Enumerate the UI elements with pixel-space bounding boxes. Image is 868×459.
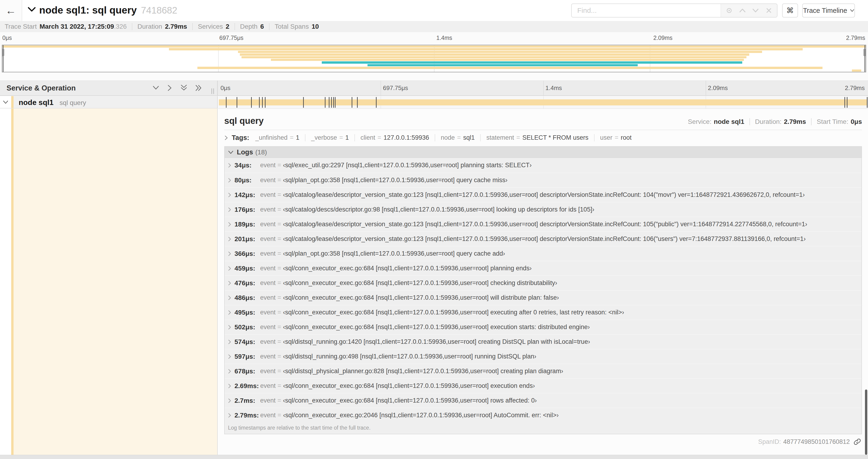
next-match-icon[interactable] <box>750 5 761 15</box>
log-row[interactable]: 142μs:event=‹sql/catalog/lease/descripto… <box>225 187 862 202</box>
log-marker[interactable] <box>847 97 847 108</box>
log-field-key: event <box>260 162 276 169</box>
log-marker[interactable] <box>376 97 377 108</box>
equals-sign: = <box>277 397 281 404</box>
find-input[interactable] <box>572 4 720 17</box>
log-row[interactable]: 574μs:event=‹sql/distsql_running.go:1420… <box>225 334 862 349</box>
tag-key: client <box>361 134 375 141</box>
find-group <box>571 3 777 18</box>
log-marker[interactable] <box>259 97 260 108</box>
logs-footer-note: Log timestamps are relative to the start… <box>225 422 862 434</box>
tag-key: statement <box>486 134 514 141</box>
span-id-label: SpanID: <box>758 438 781 446</box>
expand-one-icon[interactable] <box>167 85 173 91</box>
log-marker[interactable] <box>262 97 263 108</box>
log-row[interactable]: 366μs:event=‹sql/plan_opt.go:358 [nsql1,… <box>225 246 862 261</box>
log-marker[interactable] <box>325 97 326 108</box>
log-row[interactable]: 80μs:event=‹sql/plan_opt.go:358 [nsql1,c… <box>225 173 862 187</box>
log-row[interactable]: 2.7ms:event=‹sql/conn_executor_exec.go:6… <box>225 393 862 408</box>
minimap-span-row <box>2 51 866 53</box>
trace-collapse-toggle[interactable] <box>28 6 36 12</box>
prev-match-icon[interactable] <box>737 5 748 15</box>
log-row[interactable]: 476μs:event=‹sql/conn_executor_exec.go:6… <box>225 275 862 290</box>
summary-value: 2.79ms <box>165 23 187 30</box>
log-timestamp: 366μs: <box>235 250 259 258</box>
equals-sign: = <box>277 280 281 287</box>
chevron-right-icon <box>228 398 231 403</box>
log-row[interactable]: 495μs:event=‹sql/conn_executor_exec.go:6… <box>225 305 862 320</box>
chevron-right-icon <box>228 413 231 418</box>
tags-accordian[interactable]: Tags: _unfinished=1_verbose=1client=127.… <box>218 130 868 145</box>
log-marker[interactable] <box>265 97 266 108</box>
log-row[interactable]: 597μs:event=‹sql/distsql_running.go:498 … <box>225 349 862 364</box>
log-field-key: event <box>260 280 276 287</box>
minimap-left-scrubber[interactable] <box>3 45 3 72</box>
keyboard-shortcuts-button[interactable]: ⌘ <box>782 3 798 18</box>
span-duration-bar[interactable] <box>219 99 867 105</box>
timeline-gridline <box>706 81 706 95</box>
log-marker[interactable] <box>867 97 868 108</box>
service-value: node sql1 <box>714 118 744 126</box>
clear-find-icon[interactable] <box>764 5 774 15</box>
timeline-gridline <box>380 81 381 95</box>
trace-summary-item: Depth6 <box>235 23 269 30</box>
log-timestamp: 574μs: <box>235 338 259 346</box>
log-row[interactable]: 189μs:event=‹sql/catalog/lease/descripto… <box>225 217 862 231</box>
minimap-right-scrubber[interactable] <box>865 45 865 72</box>
log-marker[interactable] <box>329 97 330 108</box>
deep-link-icon[interactable] <box>854 438 861 446</box>
log-row[interactable]: 2.79ms:event=‹sql/conn_executor_exec.go:… <box>225 408 862 422</box>
log-timestamp: 201μs: <box>235 235 259 243</box>
log-row[interactable]: 678μs:event=‹sql/distsql_physical_planne… <box>225 364 862 378</box>
log-marker[interactable] <box>335 97 336 108</box>
horizontal-scrollbar-track[interactable] <box>0 455 868 459</box>
log-marker[interactable] <box>237 97 237 108</box>
log-timestamp: 459μs: <box>235 265 259 272</box>
divider <box>811 118 811 125</box>
span-row-name-cell[interactable]: node sql1sql query <box>0 96 218 108</box>
vertical-scrollbar-thumb[interactable] <box>865 390 867 455</box>
log-row[interactable]: 201μs:event=‹sql/catalog/lease/descripto… <box>225 231 862 246</box>
log-marker[interactable] <box>844 97 845 108</box>
minimap-span-rows <box>2 45 866 72</box>
back-button[interactable]: ← <box>0 0 22 21</box>
equals-sign: = <box>516 134 520 141</box>
log-marker[interactable] <box>303 97 304 108</box>
column-resize-grip[interactable] <box>211 88 214 94</box>
view-selector-button[interactable]: Trace Timeline <box>802 3 855 18</box>
expand-all-icon[interactable] <box>195 85 202 91</box>
tag-item: node=sql1 <box>435 134 480 141</box>
span-operation-name: sql query <box>60 99 86 106</box>
minimap-span-row <box>2 56 866 59</box>
log-marker[interactable] <box>352 97 352 108</box>
log-marker[interactable] <box>357 97 358 108</box>
detail-span-title: sql query <box>224 116 264 126</box>
collapse-all-icon[interactable] <box>180 85 187 91</box>
log-marker[interactable] <box>331 97 332 108</box>
minimap-canvas[interactable] <box>2 45 866 72</box>
log-marker[interactable] <box>226 97 226 108</box>
log-row[interactable]: 2.69ms:event=‹sql/conn_executor_exec.go:… <box>225 378 862 393</box>
log-field-value: ‹sql/catalog/descs/descriptor.go:98 [nsq… <box>283 206 594 213</box>
log-marker[interactable] <box>333 97 334 108</box>
minimap-span <box>242 56 747 58</box>
tick-label: 0μs <box>2 35 12 41</box>
span-id-value: 4877749850101760812 <box>783 438 850 446</box>
minimap-span-row <box>2 69 866 72</box>
equals-sign: = <box>277 250 281 257</box>
collapse-one-icon[interactable] <box>152 85 159 91</box>
span-collapse-gutter[interactable] <box>0 96 11 108</box>
locate-icon[interactable] <box>724 5 734 15</box>
log-row[interactable]: 459μs:event=‹sql/conn_executor_exec.go:6… <box>225 261 862 275</box>
log-row[interactable]: 34μs:event=‹sql/exec_util.go:2297 [nsql1… <box>225 158 862 173</box>
tag-item: client=127.0.0.1:59936 <box>354 134 435 141</box>
log-row[interactable]: 502μs:event=‹sql/conn_executor_exec.go:6… <box>225 320 862 334</box>
tags-label: Tags: <box>232 134 249 141</box>
equals-sign: = <box>277 294 281 301</box>
log-marker[interactable] <box>251 97 252 108</box>
logs-header[interactable]: Logs (18) <box>225 147 862 158</box>
log-row[interactable]: 176μs:event=‹sql/catalog/descs/descripto… <box>225 202 862 217</box>
detail-header: sql query Service:node sql1 Duration:2.7… <box>218 109 868 130</box>
start-time-label: Start Time: <box>817 118 848 126</box>
log-row[interactable]: 486μs:event=‹sql/conn_executor_exec.go:6… <box>225 290 862 305</box>
